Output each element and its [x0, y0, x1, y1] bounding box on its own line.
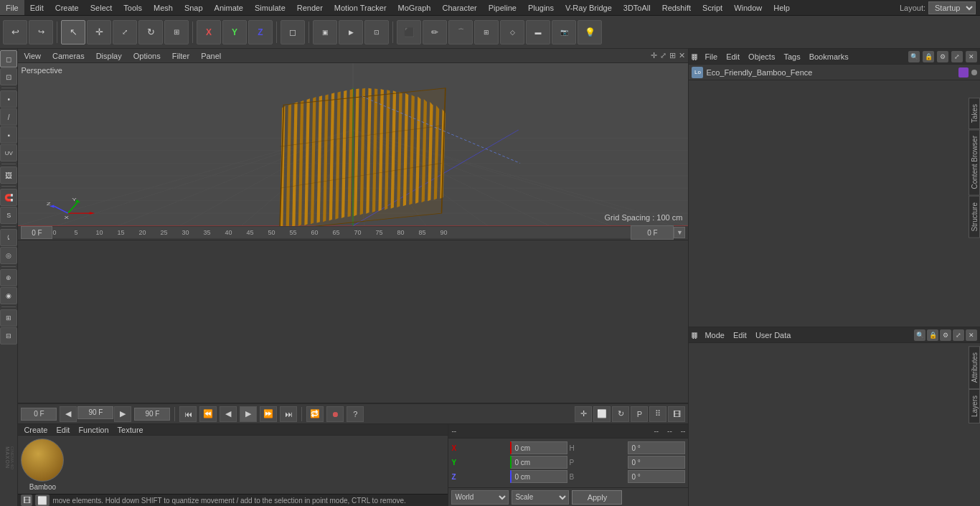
coord-z-pos[interactable]: 0 cm — [510, 470, 567, 483]
tab-content-browser[interactable]: Content Browser — [969, 129, 980, 195]
left-tool3-button[interactable]: ⊕ — [0, 269, 17, 286]
rotate-tool-button[interactable]: ↻ — [138, 20, 163, 44]
search-objects-icon[interactable]: 🔍 — [908, 51, 920, 62]
render-view-button[interactable]: ▶ — [339, 20, 363, 44]
cube-primitive-button[interactable]: ⬛ — [397, 20, 421, 44]
scale-select[interactable]: Scale Size — [512, 490, 569, 505]
menu-snap[interactable]: Snap — [179, 0, 209, 15]
close-attrs-icon[interactable]: ✕ — [966, 329, 977, 341]
menu-pipeline[interactable]: Pipeline — [483, 0, 522, 15]
left-tool5-button[interactable]: ⊞ — [0, 309, 17, 327]
coord-x-pos[interactable]: 0 cm — [510, 441, 567, 454]
y-axis-button[interactable]: Y — [222, 20, 247, 44]
left-select-button[interactable]: S — [0, 207, 17, 224]
menu-character[interactable]: Character — [436, 0, 482, 15]
scale-tool-button[interactable]: ⤢ — [113, 20, 137, 44]
menu-render[interactable]: Render — [291, 0, 329, 15]
coord-y-pos[interactable]: 0 cm — [510, 456, 567, 469]
auto-key-button[interactable]: ⏺ — [326, 406, 344, 422]
loop-button[interactable]: 🔁 — [306, 406, 324, 422]
end-frame-input[interactable] — [77, 406, 113, 419]
undo-button[interactable]: ↩ — [3, 20, 27, 44]
redo-button[interactable]: ↪ — [29, 20, 53, 44]
goto-start-button[interactable]: ⏮ — [179, 406, 197, 422]
vp-display-menu[interactable]: Display — [93, 52, 125, 60]
object-mode-button[interactable]: ◻ — [281, 20, 305, 44]
menu-motion-tracker[interactable]: Motion Tracker — [329, 0, 392, 15]
tab-attributes[interactable]: Attributes — [969, 346, 980, 389]
objects-objects-menu[interactable]: Objects — [745, 52, 778, 61]
search-attrs-icon[interactable]: 🔍 — [914, 329, 925, 341]
timeline-dots-button[interactable]: ⠿ — [649, 406, 666, 422]
menu-tools[interactable]: Tools — [118, 0, 148, 15]
menu-edit[interactable]: Edit — [24, 0, 50, 15]
vp-options-menu[interactable]: Options — [131, 52, 164, 60]
vp-expand-icon[interactable]: ⤢ — [660, 51, 666, 60]
menu-create[interactable]: Create — [50, 0, 85, 15]
x-axis-button[interactable]: X — [197, 20, 221, 44]
render-project-button[interactable]: ⊡ — [364, 20, 389, 44]
attrs-mode-menu[interactable]: Mode — [702, 331, 727, 339]
coord-p-rot[interactable]: 0 ° — [628, 456, 685, 469]
attrs-edit-menu[interactable]: Edit — [730, 331, 750, 339]
object-visibility-dot[interactable] — [971, 70, 977, 75]
mat-function-menu[interactable]: Function — [78, 426, 108, 434]
left-uv-button[interactable]: UV — [0, 144, 17, 161]
lock-objects-icon[interactable]: 🔒 — [923, 51, 934, 62]
left-texture-button[interactable]: ⊡ — [0, 68, 17, 85]
left-tool1-button[interactable]: ⤹ — [0, 229, 17, 246]
menu-select[interactable]: Select — [85, 0, 118, 15]
coord-h-rot[interactable]: 0 ° — [628, 441, 685, 454]
spline-tool-button[interactable]: ⌒ — [448, 20, 473, 44]
keyframe-pos-button[interactable]: P — [631, 406, 648, 422]
vp-view-menu[interactable]: View — [21, 52, 44, 60]
vp-layout-icon[interactable]: ⊞ — [669, 51, 676, 60]
left-edge-button[interactable]: / — [0, 108, 17, 126]
step-forward-button[interactable]: ⏩ — [260, 406, 277, 422]
transform-tool-button[interactable]: ⊞ — [164, 20, 189, 44]
tab-structure[interactable]: Structure — [969, 196, 980, 238]
keyframe-auto-button[interactable]: ↻ — [612, 406, 629, 422]
coord-b-rot[interactable]: 0 ° — [628, 470, 685, 483]
z-axis-button[interactable]: Z — [248, 20, 273, 44]
frame-display-arrow[interactable]: ▼ — [674, 227, 685, 238]
step-back-button[interactable]: ⏪ — [199, 406, 217, 422]
expand-objects-icon[interactable]: ⤢ — [951, 51, 963, 62]
pen-tool-button[interactable]: ✏ — [423, 20, 447, 44]
deformer-button[interactable]: ◇ — [500, 20, 524, 44]
timeline-film-button[interactable]: 🎞 — [668, 406, 685, 422]
menu-script[interactable]: Script — [697, 0, 728, 15]
left-tool2-button[interactable]: ◎ — [0, 247, 17, 264]
menu-animate[interactable]: Animate — [209, 0, 249, 15]
vp-filter-menu[interactable]: Filter — [169, 52, 192, 60]
objects-bookmarks-menu[interactable]: Bookmarks — [806, 52, 852, 61]
render-region-button[interactable]: ▣ — [313, 20, 337, 44]
key-help-button[interactable]: ? — [347, 406, 364, 422]
object-color-swatch[interactable] — [958, 67, 969, 78]
menu-mesh[interactable]: Mesh — [148, 0, 179, 15]
left-poly-button[interactable]: ▪ — [0, 126, 17, 144]
play-back-button[interactable]: ◀ — [220, 406, 237, 422]
3d-viewport[interactable]: X Y Z Perspective Grid Spacing : 100 cm — [18, 63, 688, 226]
expand-attrs-icon[interactable]: ⤢ — [953, 329, 964, 341]
frame-step-up[interactable]: ▶ — [114, 406, 131, 422]
close-objects-icon[interactable]: ✕ — [966, 51, 977, 62]
left-render-button[interactable]: 🖼 — [0, 167, 17, 184]
camera-button[interactable]: 📷 — [552, 20, 576, 44]
objects-file-menu[interactable]: File — [702, 52, 720, 61]
goto-end-button[interactable]: ⏭ — [280, 406, 297, 422]
start-frame-input[interactable] — [21, 226, 52, 239]
menu-window[interactable]: Window — [728, 0, 768, 15]
menu-vray[interactable]: V-Ray Bridge — [560, 0, 618, 15]
vp-cameras-menu[interactable]: Cameras — [50, 52, 88, 60]
preview-end-input[interactable] — [134, 408, 170, 421]
left-snap-button[interactable]: 🧲 — [0, 189, 17, 206]
select-tool-button[interactable]: ↖ — [61, 20, 85, 44]
layout-select[interactable]: Startup — [928, 1, 976, 14]
apply-button[interactable]: Apply — [572, 490, 622, 505]
move-tool-button[interactable]: ✛ — [87, 20, 111, 44]
menu-mograph[interactable]: MoGraph — [392, 0, 437, 15]
menu-plugins[interactable]: Plugins — [522, 0, 560, 15]
menu-file[interactable]: File — [0, 0, 24, 15]
keyframe-box-button[interactable]: ⬜ — [593, 406, 611, 422]
